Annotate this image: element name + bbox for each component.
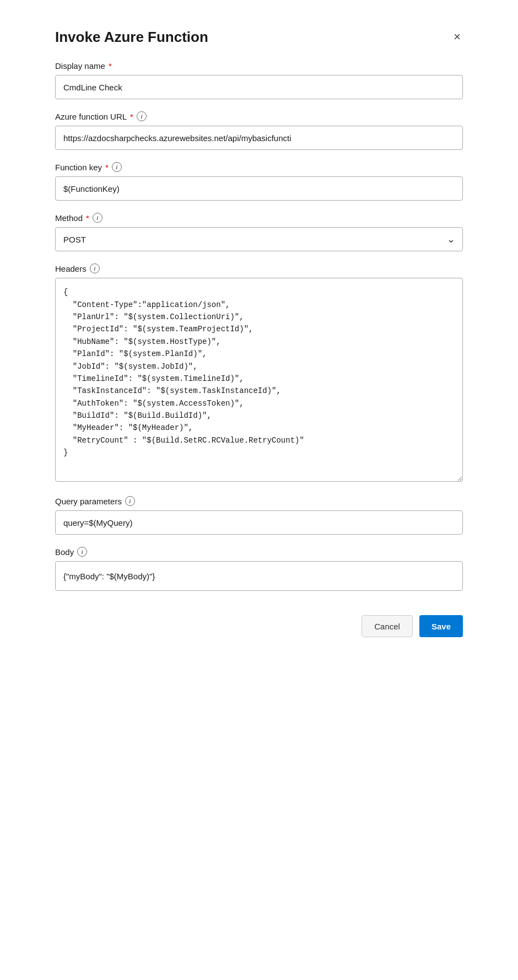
query-parameters-input[interactable] — [55, 510, 463, 535]
display-name-required: * — [109, 61, 112, 71]
method-label-text: Method — [55, 213, 83, 223]
azure-function-url-info-icon[interactable]: i — [137, 111, 147, 121]
display-name-group: Display name * — [55, 61, 463, 99]
method-label: Method * i — [55, 213, 463, 223]
display-name-input[interactable] — [55, 75, 463, 99]
dialog-footer: Cancel Save — [55, 606, 463, 637]
query-parameters-info-icon[interactable]: i — [125, 496, 135, 506]
method-info-icon[interactable]: i — [93, 213, 102, 223]
headers-info-icon[interactable]: i — [90, 263, 100, 273]
method-select-wrapper: POST GET PUT DELETE PATCH ⌄ — [55, 227, 463, 251]
azure-function-url-input[interactable] — [55, 126, 463, 150]
method-required: * — [86, 213, 89, 223]
body-label-text: Body — [55, 547, 74, 557]
function-key-input[interactable] — [55, 176, 463, 201]
method-group: Method * i POST GET PUT DELETE PATCH ⌄ — [55, 213, 463, 251]
function-key-required: * — [105, 163, 109, 172]
azure-function-url-label: Azure function URL * i — [55, 111, 463, 121]
headers-label-text: Headers — [55, 264, 87, 273]
azure-function-url-group: Azure function URL * i — [55, 111, 463, 150]
function-key-label-text: Function key — [55, 163, 102, 172]
headers-textarea[interactable]: { "Content-Type":"application/json", "Pl… — [55, 278, 463, 482]
body-label: Body i — [55, 547, 463, 557]
function-key-label: Function key * i — [55, 162, 463, 172]
headers-group: Headers i { "Content-Type":"application/… — [55, 263, 463, 484]
azure-function-url-label-text: Azure function URL — [55, 112, 127, 121]
body-group: Body i — [55, 547, 463, 591]
dialog-header: Invoke Azure Function × — [55, 29, 463, 46]
cancel-button[interactable]: Cancel — [361, 615, 413, 637]
query-parameters-label-text: Query parameters — [55, 497, 122, 506]
azure-function-url-required: * — [130, 112, 133, 121]
function-key-info-icon[interactable]: i — [112, 162, 122, 172]
display-name-label-text: Display name — [55, 61, 105, 71]
close-button[interactable]: × — [451, 29, 463, 45]
invoke-azure-function-dialog: Invoke Azure Function × Display name * A… — [33, 11, 485, 655]
display-name-label: Display name * — [55, 61, 463, 71]
method-select[interactable]: POST GET PUT DELETE PATCH — [55, 227, 463, 251]
body-input[interactable] — [55, 561, 463, 591]
save-button[interactable]: Save — [419, 615, 463, 637]
function-key-group: Function key * i — [55, 162, 463, 201]
body-info-icon[interactable]: i — [77, 547, 87, 557]
dialog-title: Invoke Azure Function — [55, 29, 208, 46]
headers-label: Headers i — [55, 263, 463, 273]
query-parameters-label: Query parameters i — [55, 496, 463, 506]
query-parameters-group: Query parameters i — [55, 496, 463, 535]
